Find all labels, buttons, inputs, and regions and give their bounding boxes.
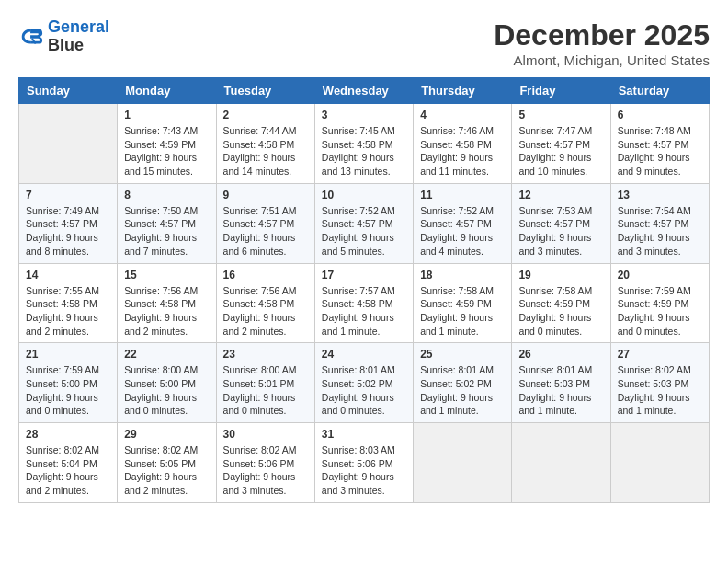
calendar-cell: 31Sunrise: 8:03 AM Sunset: 5:06 PM Dayli… (314, 423, 413, 503)
weekday-header-monday: Monday (118, 78, 216, 104)
day-number: 3 (322, 109, 406, 121)
day-info: Sunrise: 7:49 AM Sunset: 4:57 PM Dayligh… (26, 204, 110, 259)
calendar-cell: 14Sunrise: 7:55 AM Sunset: 4:58 PM Dayli… (19, 263, 118, 343)
day-info: Sunrise: 8:02 AM Sunset: 5:03 PM Dayligh… (618, 363, 702, 418)
calendar-cell: 3Sunrise: 7:45 AM Sunset: 4:58 PM Daylig… (314, 104, 413, 184)
day-info: Sunrise: 8:01 AM Sunset: 5:03 PM Dayligh… (518, 363, 603, 418)
day-number: 29 (124, 428, 209, 441)
calendar-cell: 8Sunrise: 7:50 AM Sunset: 4:57 PM Daylig… (118, 183, 216, 263)
day-info: Sunrise: 7:44 AM Sunset: 4:58 PM Dayligh… (223, 124, 308, 178)
day-number: 21 (26, 348, 110, 361)
day-number: 24 (322, 348, 406, 361)
day-info: Sunrise: 7:58 AM Sunset: 4:59 PM Dayligh… (518, 284, 603, 339)
day-number: 25 (420, 348, 505, 361)
calendar-cell: 7Sunrise: 7:49 AM Sunset: 4:57 PM Daylig… (19, 183, 118, 263)
calendar-cell: 15Sunrise: 7:56 AM Sunset: 4:58 PM Dayli… (118, 263, 216, 343)
day-info: Sunrise: 7:58 AM Sunset: 4:59 PM Dayligh… (420, 284, 505, 339)
calendar-cell: 12Sunrise: 7:53 AM Sunset: 4:57 PM Dayli… (512, 183, 610, 263)
calendar-cell (19, 104, 118, 184)
calendar-cell: 16Sunrise: 7:56 AM Sunset: 4:58 PM Dayli… (216, 263, 314, 343)
location: Almont, Michigan, United States (494, 52, 710, 68)
day-number: 2 (223, 109, 308, 121)
week-row-3: 14Sunrise: 7:55 AM Sunset: 4:58 PM Dayli… (19, 263, 710, 343)
calendar-cell: 27Sunrise: 8:02 AM Sunset: 5:03 PM Dayli… (610, 343, 709, 423)
calendar-cell (414, 423, 512, 503)
day-info: Sunrise: 8:01 AM Sunset: 5:02 PM Dayligh… (322, 363, 406, 418)
calendar-cell: 29Sunrise: 8:02 AM Sunset: 5:05 PM Dayli… (118, 423, 216, 503)
day-number: 26 (518, 348, 603, 361)
logo-icon (18, 24, 44, 50)
day-info: Sunrise: 8:02 AM Sunset: 5:05 PM Dayligh… (124, 443, 209, 498)
day-info: Sunrise: 7:47 AM Sunset: 4:57 PM Dayligh… (518, 124, 603, 178)
calendar-cell: 18Sunrise: 7:58 AM Sunset: 4:59 PM Dayli… (414, 263, 512, 343)
calendar-cell: 13Sunrise: 7:54 AM Sunset: 4:57 PM Dayli… (610, 183, 709, 263)
day-info: Sunrise: 8:00 AM Sunset: 5:00 PM Dayligh… (124, 363, 209, 418)
calendar-cell: 25Sunrise: 8:01 AM Sunset: 5:02 PM Dayli… (414, 343, 512, 423)
day-number: 27 (618, 348, 702, 361)
calendar-cell: 19Sunrise: 7:58 AM Sunset: 4:59 PM Dayli… (512, 263, 610, 343)
day-info: Sunrise: 8:01 AM Sunset: 5:02 PM Dayligh… (420, 363, 505, 418)
day-number: 17 (322, 269, 406, 282)
calendar-cell: 9Sunrise: 7:51 AM Sunset: 4:57 PM Daylig… (216, 183, 314, 263)
day-info: Sunrise: 7:59 AM Sunset: 4:59 PM Dayligh… (618, 284, 702, 339)
day-info: Sunrise: 7:48 AM Sunset: 4:57 PM Dayligh… (618, 124, 702, 178)
weekday-header-row: SundayMondayTuesdayWednesdayThursdayFrid… (19, 78, 710, 104)
day-number: 15 (124, 269, 209, 282)
calendar-cell: 22Sunrise: 8:00 AM Sunset: 5:00 PM Dayli… (118, 343, 216, 423)
calendar-cell: 23Sunrise: 8:00 AM Sunset: 5:01 PM Dayli… (216, 343, 314, 423)
weekday-header-tuesday: Tuesday (216, 78, 314, 104)
calendar-cell (512, 423, 610, 503)
day-info: Sunrise: 7:53 AM Sunset: 4:57 PM Dayligh… (518, 204, 603, 259)
day-info: Sunrise: 8:03 AM Sunset: 5:06 PM Dayligh… (322, 443, 406, 498)
day-info: Sunrise: 7:46 AM Sunset: 4:58 PM Dayligh… (420, 124, 505, 178)
week-row-2: 7Sunrise: 7:49 AM Sunset: 4:57 PM Daylig… (19, 183, 710, 263)
day-number: 16 (223, 269, 308, 282)
day-number: 8 (124, 189, 209, 201)
day-number: 22 (124, 348, 209, 361)
day-number: 31 (322, 428, 406, 441)
calendar-cell: 10Sunrise: 7:52 AM Sunset: 4:57 PM Dayli… (314, 183, 413, 263)
logo-text: General Blue (48, 18, 109, 55)
day-info: Sunrise: 7:52 AM Sunset: 4:57 PM Dayligh… (420, 204, 505, 259)
day-info: Sunrise: 7:56 AM Sunset: 4:58 PM Dayligh… (223, 284, 308, 339)
day-info: Sunrise: 8:02 AM Sunset: 5:04 PM Dayligh… (26, 443, 110, 498)
day-number: 30 (223, 428, 308, 441)
calendar-cell: 1Sunrise: 7:43 AM Sunset: 4:59 PM Daylig… (118, 104, 216, 184)
day-number: 13 (618, 189, 702, 201)
day-info: Sunrise: 7:52 AM Sunset: 4:57 PM Dayligh… (322, 204, 406, 259)
day-info: Sunrise: 7:59 AM Sunset: 5:00 PM Dayligh… (26, 363, 110, 418)
day-info: Sunrise: 7:51 AM Sunset: 4:57 PM Dayligh… (223, 204, 308, 259)
day-number: 7 (26, 189, 110, 201)
day-number: 10 (322, 189, 406, 201)
week-row-5: 28Sunrise: 8:02 AM Sunset: 5:04 PM Dayli… (19, 423, 710, 503)
day-info: Sunrise: 7:54 AM Sunset: 4:57 PM Dayligh… (618, 204, 702, 259)
calendar-cell: 26Sunrise: 8:01 AM Sunset: 5:03 PM Dayli… (512, 343, 610, 423)
calendar-cell: 28Sunrise: 8:02 AM Sunset: 5:04 PM Dayli… (19, 423, 118, 503)
calendar-cell: 5Sunrise: 7:47 AM Sunset: 4:57 PM Daylig… (512, 104, 610, 184)
day-number: 28 (26, 428, 110, 441)
day-number: 14 (26, 269, 110, 282)
calendar-cell: 2Sunrise: 7:44 AM Sunset: 4:58 PM Daylig… (216, 104, 314, 184)
day-info: Sunrise: 7:50 AM Sunset: 4:57 PM Dayligh… (124, 204, 209, 259)
day-number: 11 (420, 189, 505, 201)
calendar-cell (610, 423, 709, 503)
weekday-header-sunday: Sunday (19, 78, 118, 104)
page-header: General Blue December 2025 Almont, Michi… (18, 18, 710, 68)
calendar-cell: 24Sunrise: 8:01 AM Sunset: 5:02 PM Dayli… (314, 343, 413, 423)
day-number: 18 (420, 269, 505, 282)
day-number: 20 (618, 269, 702, 282)
month-title: December 2025 (494, 18, 710, 52)
calendar-cell: 21Sunrise: 7:59 AM Sunset: 5:00 PM Dayli… (19, 343, 118, 423)
calendar-table: SundayMondayTuesdayWednesdayThursdayFrid… (18, 77, 710, 503)
day-info: Sunrise: 8:00 AM Sunset: 5:01 PM Dayligh… (223, 363, 308, 418)
weekday-header-saturday: Saturday (610, 78, 709, 104)
day-number: 5 (518, 109, 603, 121)
calendar-cell: 11Sunrise: 7:52 AM Sunset: 4:57 PM Dayli… (414, 183, 512, 263)
day-info: Sunrise: 7:55 AM Sunset: 4:58 PM Dayligh… (26, 284, 110, 339)
title-block: December 2025 Almont, Michigan, United S… (494, 18, 710, 68)
weekday-header-wednesday: Wednesday (314, 78, 413, 104)
week-row-1: 1Sunrise: 7:43 AM Sunset: 4:59 PM Daylig… (19, 104, 710, 184)
day-number: 6 (618, 109, 702, 121)
day-number: 19 (518, 269, 603, 282)
day-info: Sunrise: 7:57 AM Sunset: 4:58 PM Dayligh… (322, 284, 406, 339)
